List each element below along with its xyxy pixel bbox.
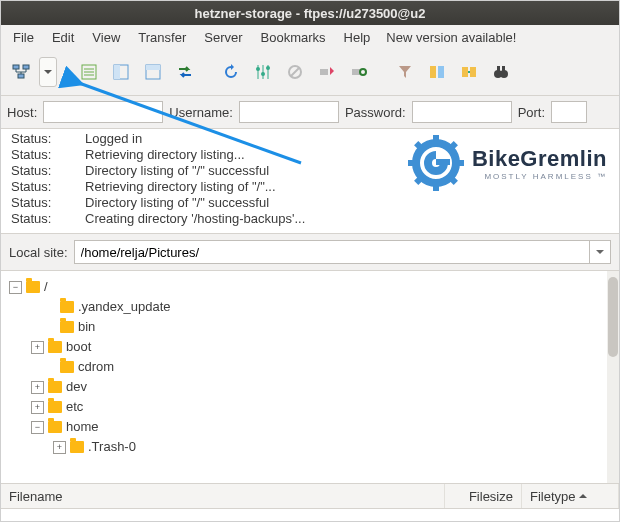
tree-node[interactable]: dev	[66, 377, 87, 397]
svg-rect-34	[456, 160, 464, 166]
folder-icon	[60, 361, 74, 373]
expand-toggle[interactable]: −	[9, 281, 22, 294]
site-manager-dropdown[interactable]	[39, 57, 57, 87]
expand-spacer	[45, 362, 56, 373]
site-manager-button[interactable]	[7, 58, 35, 86]
panel-icon	[112, 63, 130, 81]
sort-asc-icon	[579, 492, 587, 500]
menu-transfer[interactable]: Transfer	[130, 28, 194, 47]
toggle-log-button[interactable]	[75, 58, 103, 86]
log-line: Logged in	[85, 131, 142, 147]
menu-bookmarks[interactable]: Bookmarks	[253, 28, 334, 47]
refresh-icon	[222, 63, 240, 81]
log-label: Status:	[11, 211, 85, 227]
log-label: Status:	[11, 147, 85, 163]
search-button[interactable]	[487, 58, 515, 86]
svg-line-18	[291, 68, 299, 76]
filter-icon	[396, 63, 414, 81]
refresh-button[interactable]	[217, 58, 245, 86]
cancel-button[interactable]	[281, 58, 309, 86]
message-log: Status:Logged in Status:Retrieving direc…	[1, 128, 619, 234]
brand-name: BikeGremlin	[472, 146, 607, 172]
svg-point-15	[261, 72, 265, 76]
brand-tagline: MOSTLY HARMLESS ™	[472, 172, 607, 181]
svg-rect-24	[462, 67, 468, 77]
svg-rect-28	[497, 66, 500, 71]
server-icon	[12, 63, 30, 81]
sliders-icon	[254, 63, 272, 81]
process-queue-button[interactable]	[249, 58, 277, 86]
tree-node[interactable]: .yandex_update	[78, 297, 171, 317]
tree-node[interactable]: home	[66, 417, 99, 437]
menu-server[interactable]: Server	[196, 28, 250, 47]
svg-rect-19	[320, 69, 328, 75]
tree-node[interactable]: bin	[78, 317, 95, 337]
svg-rect-0	[13, 65, 19, 69]
filelist-row[interactable]	[1, 509, 619, 522]
compare-icon	[428, 63, 446, 81]
log-label: Status:	[11, 195, 85, 211]
log-label: Status:	[11, 179, 85, 195]
menu-file[interactable]: File	[5, 28, 42, 47]
svg-rect-33	[408, 160, 416, 166]
chevron-down-icon	[596, 248, 604, 256]
disconnect-icon	[318, 63, 336, 81]
svg-rect-20	[352, 69, 360, 75]
tree-node[interactable]: etc	[66, 397, 83, 417]
password-label: Password:	[345, 105, 406, 120]
tree-scrollbar[interactable]	[607, 271, 619, 483]
username-input[interactable]	[239, 101, 339, 123]
tree-node[interactable]: boot	[66, 337, 91, 357]
folder-icon	[70, 441, 84, 453]
username-label: Username:	[169, 105, 233, 120]
local-site-input[interactable]	[75, 241, 589, 263]
menu-bar: File Edit View Transfer Server Bookmarks…	[1, 25, 619, 49]
svg-point-21	[360, 69, 366, 75]
menu-edit[interactable]: Edit	[44, 28, 82, 47]
binoculars-icon	[492, 63, 510, 81]
new-version-notice[interactable]: New version available!	[386, 30, 516, 45]
column-filetype[interactable]: Filetype	[522, 484, 619, 508]
expand-toggle[interactable]: −	[31, 421, 44, 434]
tree-node-root[interactable]: /	[44, 277, 48, 297]
filelist-header: Filename Filesize Filetype	[1, 484, 619, 509]
expand-toggle[interactable]: +	[31, 401, 44, 414]
sync-browse-button[interactable]	[455, 58, 483, 86]
local-directory-tree[interactable]: − / .yandex_update bin +boot cdrom +dev …	[1, 270, 619, 484]
expand-toggle[interactable]: +	[53, 441, 66, 454]
svg-point-16	[266, 66, 270, 70]
quickconnect-bar: Host: Username: Password: Port:	[1, 96, 619, 128]
menu-help[interactable]: Help	[336, 28, 379, 47]
scrollbar-thumb[interactable]	[608, 277, 618, 357]
column-filesize[interactable]: Filesize	[445, 484, 522, 508]
svg-rect-8	[114, 65, 120, 79]
combo-caret[interactable]	[589, 241, 610, 263]
local-site-label: Local site:	[9, 245, 68, 260]
cancel-icon	[286, 63, 304, 81]
host-input[interactable]	[43, 101, 163, 123]
svg-rect-2	[18, 74, 24, 78]
port-label: Port:	[518, 105, 545, 120]
tree-node[interactable]: .Trash-0	[88, 437, 136, 457]
svg-point-14	[256, 67, 260, 71]
port-input[interactable]	[551, 101, 587, 123]
menu-view[interactable]: View	[84, 28, 128, 47]
directory-compare-button[interactable]	[423, 58, 451, 86]
expand-toggle[interactable]: +	[31, 381, 44, 394]
reconnect-button[interactable]	[345, 58, 373, 86]
local-site-combo[interactable]	[74, 240, 611, 264]
toggle-local-tree-button[interactable]	[107, 58, 135, 86]
password-input[interactable]	[412, 101, 512, 123]
folder-icon	[26, 281, 40, 293]
disconnect-button[interactable]	[313, 58, 341, 86]
tree-node[interactable]: cdrom	[78, 357, 114, 377]
expand-toggle[interactable]: +	[31, 341, 44, 354]
filter-button[interactable]	[391, 58, 419, 86]
chevron-down-icon	[44, 68, 52, 76]
toggle-queue-button[interactable]	[171, 58, 199, 86]
column-filetype-label: Filetype	[530, 489, 576, 504]
column-filename[interactable]: Filename	[1, 484, 445, 508]
toggle-remote-tree-button[interactable]	[139, 58, 167, 86]
window-title: hetzner-storage - ftpes://u273500@u2	[195, 6, 426, 21]
svg-rect-25	[470, 67, 476, 77]
